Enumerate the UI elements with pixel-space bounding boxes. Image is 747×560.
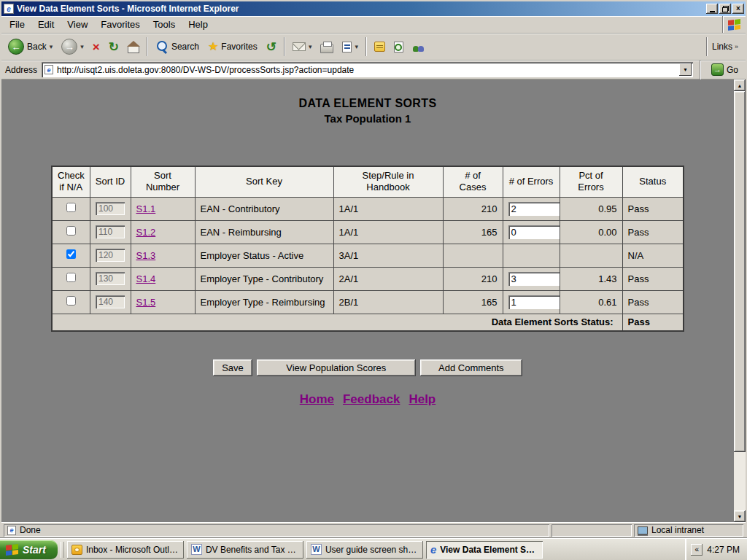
minimize-button[interactable] (706, 4, 718, 14)
word-icon: W (311, 544, 322, 555)
go-button[interactable]: → Go (708, 61, 742, 79)
status-progress-panel (551, 524, 632, 537)
taskbar-item-word-2[interactable]: W User guide screen shots ... (306, 541, 423, 559)
taskbar-item-word-1[interactable]: W DV Benefits and Tax Han... (187, 541, 303, 559)
close-button[interactable]: × (732, 4, 744, 14)
status-cell: N/A (622, 244, 684, 267)
na-checkbox[interactable] (66, 273, 76, 282)
table-footer-row: Data Element Sorts Status: Pass (52, 314, 684, 331)
menu-view[interactable]: View (61, 17, 94, 32)
favorites-button[interactable]: ★ Favorites (204, 36, 261, 58)
cases-cell: 165 (443, 220, 503, 244)
sort-id-input[interactable] (96, 225, 125, 238)
errors-input[interactable] (508, 272, 560, 286)
feedback-link[interactable]: Feedback (343, 392, 400, 407)
scrollbar-thumb[interactable] (734, 91, 746, 452)
sort-key-cell: Employer Type - Reimbursing (195, 290, 333, 314)
favorites-star-icon: ★ (208, 41, 218, 52)
back-button[interactable]: ← Back ▾ (4, 36, 56, 58)
research-button[interactable] (390, 36, 407, 58)
sort-number-link[interactable]: S1.1 (136, 203, 156, 214)
na-checkbox[interactable] (66, 249, 76, 259)
errors-input[interactable] (508, 202, 560, 216)
vertical-scrollbar[interactable]: ▲ ▼ (734, 79, 746, 522)
mail-dropdown-icon[interactable]: ▾ (309, 43, 312, 50)
taskbar-item-label: View Data Element So... (440, 545, 538, 555)
menu-bar: File Edit View Favorites Tools Help (1, 16, 746, 34)
col-header-cases: # of Cases (443, 166, 503, 197)
home-button[interactable] (124, 36, 143, 58)
taskbar-clock[interactable]: 4:27 PM (707, 545, 740, 555)
links-bar[interactable]: Links » (700, 37, 743, 56)
restore-button[interactable] (719, 4, 731, 14)
home-link[interactable]: Home (300, 392, 334, 407)
status-cell: Pass (622, 290, 684, 314)
forward-button[interactable]: → ▾ (58, 36, 88, 58)
history-icon: ↺ (266, 41, 276, 53)
refresh-button[interactable]: ↻ (105, 36, 123, 58)
address-dropdown-button[interactable]: ▾ (679, 63, 692, 76)
sort-id-input[interactable] (96, 249, 125, 262)
sort-id-input[interactable] (96, 295, 125, 308)
links-chevron-icon[interactable]: » (735, 43, 738, 50)
na-checkbox[interactable] (66, 226, 76, 236)
table-row: S1.4 Employer Type - Contributory 2A/1 2… (52, 267, 684, 290)
forward-dropdown-icon[interactable]: ▾ (80, 43, 84, 50)
taskbar-item-ie-active[interactable]: e View Data Element So... (426, 541, 543, 559)
scroll-up-button[interactable]: ▲ (734, 79, 746, 91)
start-button[interactable]: Start (0, 540, 58, 559)
edit-dropdown-icon[interactable]: ▾ (355, 43, 358, 50)
history-button[interactable]: ↺ (263, 36, 280, 58)
scroll-down-button[interactable]: ▼ (734, 510, 746, 522)
taskbar: Start Inbox - Microsoft Outlook W DV Ben… (0, 538, 747, 560)
menu-tools[interactable]: Tools (147, 17, 182, 32)
mail-button[interactable]: ▾ (289, 36, 316, 58)
sort-number-link[interactable]: S1.3 (136, 250, 156, 261)
page-subtitle: Tax Population 1 (1, 112, 734, 125)
add-comments-button[interactable]: Add Comments (420, 359, 522, 376)
search-button[interactable]: Search (152, 36, 203, 58)
back-icon: ← (8, 39, 24, 55)
table-row: S1.5 Employer Type - Reimbursing 2B/1 16… (52, 290, 684, 314)
col-header-sort-id: Sort ID (90, 166, 131, 197)
sort-number-link[interactable]: S1.2 (136, 227, 156, 238)
page-icon: e (44, 65, 53, 74)
header-row: Check if N/A Sort ID Sort Number Sort Ke… (52, 166, 684, 197)
menu-help[interactable]: Help (182, 17, 214, 32)
stop-button[interactable]: × (89, 36, 104, 58)
back-dropdown-icon[interactable]: ▾ (50, 43, 53, 50)
sort-id-input[interactable] (96, 272, 125, 285)
help-link[interactable]: Help (409, 392, 436, 407)
cases-cell: 210 (443, 267, 503, 290)
sort-key-cell: EAN - Reimbursing (195, 220, 333, 244)
menu-edit[interactable]: Edit (31, 17, 61, 32)
edit-button[interactable]: ▾ (338, 36, 362, 58)
menu-favorites[interactable]: Favorites (94, 17, 146, 32)
sort-number-link[interactable]: S1.5 (136, 297, 156, 308)
na-checkbox[interactable] (66, 203, 76, 212)
col-header-sort-key: Sort Key (195, 166, 333, 197)
save-button[interactable]: Save (213, 359, 252, 376)
na-checkbox[interactable] (66, 296, 76, 306)
address-input[interactable] (57, 64, 676, 75)
quick-launch-handle[interactable] (61, 542, 64, 558)
tray-expand-button[interactable]: « (691, 544, 703, 556)
step-rule-cell: 2B/1 (333, 290, 443, 314)
links-label: Links (712, 42, 732, 52)
go-icon: → (711, 63, 724, 76)
chevrons-left-icon: « (695, 545, 700, 553)
sort-id-input[interactable] (96, 202, 125, 215)
status-cell: Pass (622, 220, 684, 244)
sort-number-link[interactable]: S1.4 (136, 273, 156, 284)
messenger-button[interactable] (409, 36, 428, 58)
scrollbar-track[interactable] (734, 91, 746, 510)
refresh-icon: ↻ (109, 41, 119, 53)
discuss-button[interactable] (371, 36, 389, 58)
menu-file[interactable]: File (3, 17, 31, 32)
errors-input[interactable] (508, 225, 560, 239)
view-population-scores-button[interactable]: View Population Scores (257, 359, 416, 376)
web-page: DATA ELEMENT SORTS Tax Population 1 Chec… (1, 79, 734, 522)
errors-input[interactable] (508, 295, 560, 309)
taskbar-item-outlook[interactable]: Inbox - Microsoft Outlook (67, 541, 184, 559)
print-button[interactable] (317, 36, 337, 58)
